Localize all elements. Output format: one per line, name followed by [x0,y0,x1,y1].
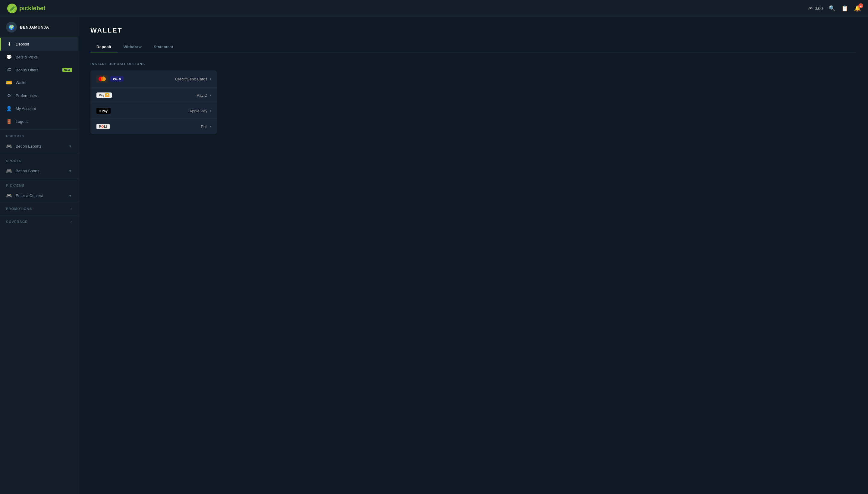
payid-icon-group: PayiD [96,93,112,98]
sports-left: 🎮 Bet on Sports [6,168,39,174]
section-header-pickems: PICK'EMS [0,180,78,189]
bonus-badge: NEW [62,68,72,72]
payid-label-group: PayID › [197,93,211,98]
betslip-icon[interactable]: 📋 [842,5,848,12]
payment-options-list: VISA Credit/Debit Cards › PayiD PayID › [90,71,217,134]
sidebar: 🌍 BENJAMUNJA ⬇ Deposit 💬 Bets & Picks 🏷 … [0,17,78,494]
pickems-label: Enter a Contest [16,193,43,198]
payid-icon: PayiD [96,93,112,98]
esports-label: Bet on Esports [16,144,41,149]
sidebar-item-bonus[interactable]: 🏷 Bonus Offers NEW [0,63,78,76]
header: 🥒 picklebet 👁 0.00 🔍 📋 🔔 2 [0,0,868,17]
logo-icon: 🥒 [7,4,17,13]
balance-value: 0.00 [815,6,823,11]
page-title: WALLET [90,26,856,34]
esports-icon: 🎮 [6,144,12,149]
wallet-icon: 💳 [6,80,12,86]
applepay-icon:  Pay [96,108,111,114]
user-section: 🌍 BENJAMUNJA [0,17,78,38]
promotions-chevron: › [71,207,72,211]
sidebar-item-bet-sports[interactable]: 🎮 Bet on Sports ▼ [0,165,78,177]
payment-option-applepay[interactable]:  Pay Apple Pay › [90,103,217,119]
sports-icon: 🎮 [6,168,12,174]
section-header-sports: SPORTS [0,155,78,165]
balance-icon: 👁 [809,6,813,11]
sidebar-item-bet-esports[interactable]: 🎮 Bet on Esports ▼ [0,140,78,153]
esports-left: 🎮 Bet on Esports [6,144,41,149]
coverage-chevron: › [71,220,72,224]
sidebar-logout-label: Logout [16,119,28,124]
sports-label: Bet on Sports [16,169,39,173]
sidebar-preferences-label: Preferences [16,93,37,98]
layout: 🌍 BENJAMUNJA ⬇ Deposit 💬 Bets & Picks 🏷 … [0,17,868,494]
sidebar-bonus-label: Bonus Offers [16,68,39,72]
sidebar-item-wallet[interactable]: 💳 Wallet [0,76,78,89]
tab-statement[interactable]: Statement [148,42,179,52]
mastercard-icon [96,75,108,82]
sidebar-item-logout[interactable]: 🚪 Logout [0,115,78,128]
visa-icon: VISA [110,76,124,82]
notification-icon[interactable]: 🔔 2 [854,5,861,12]
section-header-esports: ESPORTS [0,131,78,140]
notification-badge: 2 [858,3,863,8]
pickems-icon: 🎮 [6,193,12,198]
logo-plain: pickle [19,5,36,12]
sidebar-item-bets[interactable]: 💬 Bets & Picks [0,51,78,63]
header-right: 👁 0.00 🔍 📋 🔔 2 [809,5,861,12]
promotions-label: PROMOTIONS [6,207,32,211]
card-icons: VISA [96,75,124,82]
payid-label: PayID [197,93,207,98]
applepay-chevron: › [210,109,211,113]
coverage-label: COVERAGE [6,220,28,224]
bonus-icon: 🏷 [6,67,12,73]
preferences-icon: ⚙ [6,93,12,98]
payment-option-payid[interactable]: PayiD PayID › [90,88,217,103]
logout-icon: 🚪 [6,119,12,125]
poli-icon: POLi [96,124,110,129]
wallet-tabs: Deposit Withdraw Statement [90,42,856,52]
divider-2 [0,154,78,154]
deposit-section-title: INSTANT DEPOSIT OPTIONS [90,62,856,66]
sidebar-bets-label: Bets & Picks [16,55,38,59]
sidebar-item-deposit[interactable]: ⬇ Deposit [0,38,78,51]
sidebar-myaccount-label: My Account [16,106,36,111]
applepay-label-group: Apple Pay › [189,109,211,113]
logo-text: picklebet [19,5,45,12]
sidebar-wallet-label: Wallet [16,80,26,85]
applepay-label: Apple Pay [189,109,207,113]
sidebar-section-coverage[interactable]: COVERAGE › [0,215,78,228]
card-label-group: Credit/Debit Cards › [175,77,211,81]
applepay-icon-group:  Pay [96,108,111,114]
poli-label-group: Poli › [201,125,211,129]
poli-icon-group: POLi [96,124,110,129]
sidebar-deposit-label: Deposit [16,42,29,46]
sidebar-item-preferences[interactable]: ⚙ Preferences [0,89,78,102]
payment-option-poli[interactable]: POLi Poli › [90,119,217,134]
balance-display[interactable]: 👁 0.00 [809,6,823,11]
tab-withdraw[interactable]: Withdraw [117,42,148,52]
poli-label: Poli [201,125,207,129]
tab-deposit[interactable]: Deposit [90,42,117,52]
pickems-left: 🎮 Enter a Contest [6,193,43,198]
username: BENJAMUNJA [20,25,49,30]
sidebar-item-enter-contest[interactable]: 🎮 Enter a Contest ▼ [0,189,78,202]
sidebar-section-promotions[interactable]: PROMOTIONS › [0,202,78,215]
search-icon[interactable]: 🔍 [829,5,835,12]
sidebar-item-myaccount[interactable]: 👤 My Account [0,102,78,115]
deposit-icon: ⬇ [6,41,12,47]
bets-icon: 💬 [6,54,12,60]
logo[interactable]: 🥒 picklebet [7,4,45,13]
divider-3 [0,178,78,179]
logo-accent: bet [36,5,45,12]
avatar: 🌍 [6,22,17,33]
myaccount-icon: 👤 [6,106,12,111]
payid-chevron: › [210,93,211,97]
esports-chevron: ▼ [69,144,72,149]
sports-chevron: ▼ [69,169,72,173]
card-label: Credit/Debit Cards [175,77,207,81]
pickems-chevron: ▼ [69,194,72,198]
payment-option-card[interactable]: VISA Credit/Debit Cards › [90,71,217,88]
card-chevron: › [210,77,211,81]
poli-chevron: › [210,125,211,129]
main-content: WALLET Deposit Withdraw Statement INSTAN… [78,17,868,494]
